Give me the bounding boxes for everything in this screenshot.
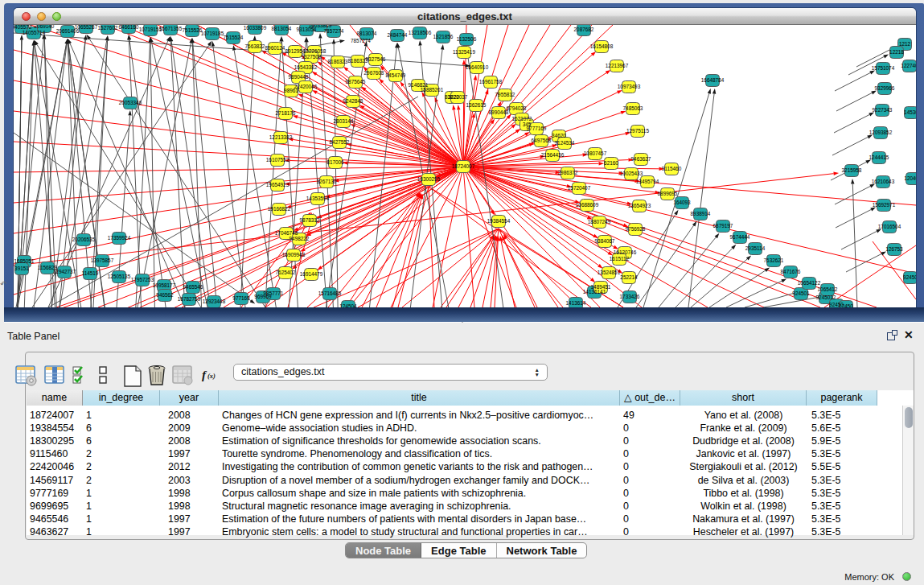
svg-text:252214: 252214 [620, 274, 638, 280]
svg-text:13495794: 13495794 [636, 179, 659, 184]
svg-text:2967608: 2967608 [364, 70, 384, 76]
svg-text:10655287: 10655287 [75, 25, 98, 30]
svg-text:7955812: 7955812 [495, 92, 515, 97]
svg-text:16640910: 16640910 [466, 64, 489, 70]
svg-text:15692971: 15692971 [873, 202, 896, 208]
svg-text:1527602: 1527602 [98, 25, 118, 31]
svg-text:13524851: 13524851 [598, 270, 621, 275]
svg-text:18724007: 18724007 [452, 163, 475, 169]
svg-text:15885201: 15885201 [421, 87, 444, 93]
svg-text:9327508: 9327508 [302, 54, 322, 60]
svg-text:8454749: 8454749 [386, 72, 406, 78]
svg-text:15716485: 15716485 [318, 290, 342, 296]
svg-text:7663822: 7663822 [245, 43, 265, 49]
svg-text:114519: 114519 [82, 270, 99, 276]
svg-text:7515526: 7515526 [183, 27, 203, 33]
svg-text:946562: 946562 [156, 292, 174, 298]
svg-text:9857771: 9857771 [264, 290, 284, 296]
svg-text:1362615: 1362615 [466, 102, 487, 108]
svg-text:2087682: 2087682 [574, 27, 594, 32]
svg-text:6794028: 6794028 [507, 105, 527, 111]
svg-text:16210643: 16210643 [872, 179, 895, 184]
svg-text:17046748: 17046748 [275, 230, 298, 236]
svg-text:9245012: 9245012 [816, 295, 836, 300]
svg-text:9777169: 9777169 [527, 126, 547, 131]
svg-text:10807457: 10807457 [584, 150, 607, 156]
svg-text:7857274: 7857274 [351, 38, 371, 43]
svg-text:2069140: 2069140 [35, 25, 55, 29]
svg-text:1615112: 1615112 [610, 256, 630, 262]
svg-text:9498222: 9498222 [290, 236, 310, 241]
svg-text:16914479: 16914479 [300, 271, 323, 277]
svg-text:10958177: 10958177 [153, 282, 176, 288]
svg-text:9756928: 9756928 [626, 226, 646, 232]
svg-text:122740: 122740 [901, 63, 916, 68]
svg-text:1685051: 1685051 [14, 258, 35, 264]
svg-text:16671355: 16671355 [159, 26, 183, 31]
svg-text:18807249: 18807249 [588, 219, 611, 225]
svg-text:7515524: 7515524 [224, 35, 244, 40]
svg-text:16543382: 16543382 [294, 64, 318, 70]
svg-text:19654923: 19654923 [266, 182, 290, 187]
svg-text:7632621: 7632621 [764, 257, 784, 263]
svg-text:12218: 12218 [889, 49, 904, 55]
svg-text:9327546: 9327546 [366, 56, 386, 62]
svg-text:13975857: 13975857 [91, 257, 114, 263]
svg-text:21564436: 21564436 [541, 152, 565, 158]
svg-text:16107552: 16107552 [266, 157, 290, 163]
svg-text:18300295: 18300295 [417, 176, 441, 182]
svg-text:2935114: 2935114 [745, 245, 766, 251]
svg-text:8427552: 8427552 [330, 139, 350, 145]
svg-text:14055714: 14055714 [23, 30, 46, 35]
svg-text:120403: 120403 [904, 175, 916, 181]
svg-text:10688609: 10688609 [576, 202, 599, 208]
svg-text:9115460: 9115460 [662, 166, 682, 171]
svg-text:17957253: 17957253 [131, 277, 154, 282]
svg-text:1212: 1212 [899, 41, 911, 47]
svg-text:7625402: 7625402 [276, 270, 296, 275]
svg-text:8813074: 8813074 [357, 31, 377, 36]
svg-text:9463627: 9463627 [631, 156, 651, 162]
svg-text:12975115: 12975115 [626, 128, 649, 134]
svg-text:8186323: 8186323 [328, 59, 348, 64]
svg-text:817006: 817006 [326, 159, 344, 165]
svg-text:39151: 39151 [14, 266, 29, 271]
svg-text:13226058: 13226058 [303, 48, 326, 54]
svg-text:34620: 34620 [552, 133, 566, 138]
svg-text:16033809: 16033809 [244, 25, 267, 31]
svg-text:19166822: 19166822 [268, 206, 291, 212]
svg-text:13654923: 13654923 [628, 203, 651, 208]
svg-text:12505135: 12505135 [108, 274, 131, 279]
svg-text:977169: 977169 [232, 295, 250, 301]
svg-text:10654122: 10654122 [798, 280, 821, 286]
svg-text:14530: 14530 [904, 109, 916, 115]
svg-text:2986372: 2986372 [558, 170, 578, 175]
svg-text:11325419: 11325419 [453, 49, 475, 55]
svg-text:f: f [202, 369, 207, 381]
svg-text:1733426: 1733426 [620, 294, 640, 299]
svg-text:14136141: 14136141 [583, 289, 606, 295]
svg-text:9890448: 9890448 [289, 74, 309, 80]
svg-text:9227343: 9227343 [873, 107, 893, 113]
svg-text:13218506: 13218506 [409, 30, 432, 35]
svg-text:10719185: 10719185 [201, 31, 224, 36]
svg-text:1413614: 1413614 [566, 300, 586, 306]
svg-text:126753: 126753 [885, 246, 903, 252]
svg-text:3124534: 3124534 [555, 140, 575, 146]
svg-text:9674444: 9674444 [730, 234, 750, 240]
svg-text:17359924: 17359924 [108, 235, 131, 241]
svg-text:14353594: 14353594 [306, 196, 330, 201]
svg-text:16782759: 16782759 [178, 296, 201, 302]
svg-text:16154808: 16154808 [590, 43, 614, 49]
svg-text:12093852: 12093852 [869, 130, 893, 135]
svg-text:9384067: 9384067 [595, 238, 615, 244]
svg-text:2718176: 2718176 [276, 110, 296, 116]
svg-text:8960124: 8960124 [265, 45, 285, 51]
svg-text:6879197: 6879197 [713, 223, 733, 229]
svg-text:12923448: 12923448 [203, 299, 226, 304]
svg-text:16961758: 16961758 [479, 79, 503, 84]
svg-text:7485063: 7485063 [623, 105, 643, 111]
svg-text:9465546: 9465546 [183, 284, 203, 290]
svg-text:1244415: 1244415 [869, 154, 889, 160]
svg-text:8813054: 8813054 [272, 26, 292, 31]
